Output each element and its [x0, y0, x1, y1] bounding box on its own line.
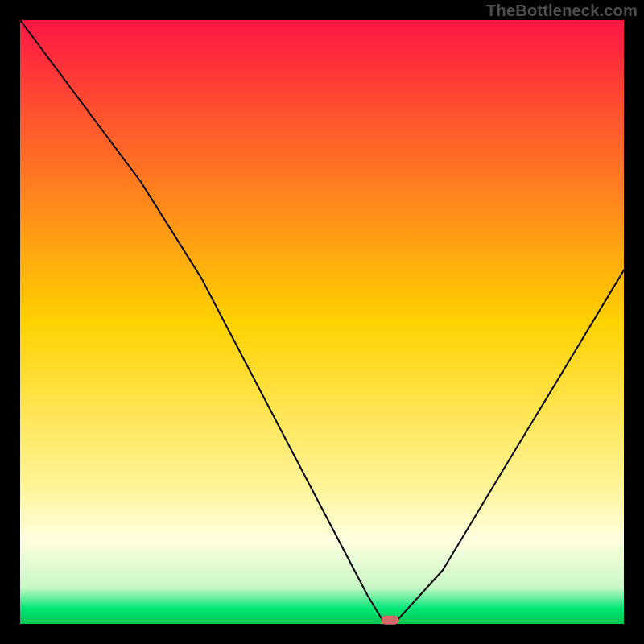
bottleneck-chart — [0, 0, 644, 644]
plot-background — [20, 20, 624, 624]
chart-container: TheBottleneck.com — [0, 0, 644, 644]
watermark-text: TheBottleneck.com — [486, 2, 638, 20]
optimal-point-marker — [381, 616, 398, 625]
